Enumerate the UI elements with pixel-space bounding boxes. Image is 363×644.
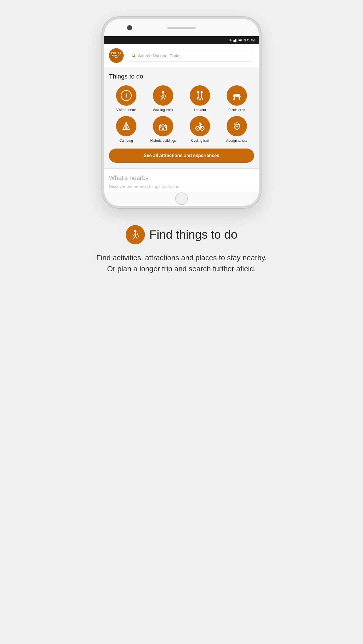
search-icon xyxy=(131,53,136,58)
historic-icon xyxy=(157,120,169,132)
camping-icon xyxy=(121,120,132,132)
home-button[interactable] xyxy=(175,192,188,205)
things-to-do-section: Things to do i Visitor centre xyxy=(104,67,259,168)
aboriginal-site-label: Aboriginal site xyxy=(226,139,247,143)
svg-rect-3 xyxy=(236,39,237,42)
cycling-trail-item[interactable]: Cycling trail xyxy=(183,116,217,143)
walking-track-item[interactable]: Walking track xyxy=(146,85,180,113)
svg-rect-37 xyxy=(234,94,240,95)
svg-point-23 xyxy=(201,91,203,93)
visitor-centre-label: Visitor centre xyxy=(116,108,136,113)
activity-icon-grid: i Visitor centre xyxy=(109,85,254,143)
svg-line-19 xyxy=(161,97,163,99)
svg-rect-6 xyxy=(239,40,242,41)
historic-buildings-label: Historic buildings xyxy=(150,139,176,143)
feature-title: Find things to do xyxy=(149,228,238,242)
svg-line-13 xyxy=(134,56,135,57)
lookout-item[interactable]: Lookout xyxy=(183,85,217,113)
whats-nearby-subtitle: Discover the nearest things to do and xyxy=(109,184,254,189)
visitor-centre-item[interactable]: i Visitor centre xyxy=(109,85,143,113)
svg-line-20 xyxy=(163,97,165,99)
wifi-icon xyxy=(228,39,232,42)
feature-walking-icon xyxy=(130,229,141,240)
walking-track-icon-circle xyxy=(153,85,173,106)
camping-icon-circle xyxy=(116,116,136,136)
battery-icon xyxy=(239,39,242,42)
cycling-icon xyxy=(194,120,206,132)
picnic-area-item[interactable]: Picnic area xyxy=(220,85,254,113)
app-header: PARKS & WILDLIFE Search National Parks xyxy=(104,44,259,67)
whats-nearby-section: What's nearby Discover the nearest thing… xyxy=(104,169,259,192)
svg-line-30 xyxy=(202,97,203,99)
see-all-button[interactable]: See all attractions and experiences xyxy=(109,149,254,163)
svg-line-72 xyxy=(137,233,138,236)
lookout-icon-circle xyxy=(190,85,210,106)
svg-line-71 xyxy=(135,236,137,239)
svg-line-21 xyxy=(165,94,166,97)
aboriginal-site-item[interactable]: Aboriginal site xyxy=(220,116,254,143)
feature-section: Find things to do Find activities, attra… xyxy=(82,225,281,274)
cycling-trail-label: Cycling trail xyxy=(191,139,209,143)
svg-rect-5 xyxy=(242,40,242,41)
search-bar[interactable]: Search National Parks xyxy=(127,50,254,62)
svg-text:WILDLIFE: WILDLIFE xyxy=(111,55,121,57)
lookout-icon xyxy=(194,90,206,101)
historic-buildings-icon-circle xyxy=(153,116,173,136)
svg-point-64 xyxy=(235,128,236,128)
feature-description: Find activities, attractions and places … xyxy=(94,252,269,274)
svg-point-61 xyxy=(238,124,239,125)
lookout-label: Lookout xyxy=(194,108,206,113)
picnic-icon xyxy=(231,90,242,101)
whats-nearby-title: What's nearby xyxy=(109,174,254,182)
svg-point-62 xyxy=(234,126,235,126)
aboriginal-icon xyxy=(231,120,242,132)
camping-item[interactable]: Camping xyxy=(109,116,143,143)
svg-point-63 xyxy=(239,126,240,126)
svg-rect-2 xyxy=(235,39,236,42)
svg-point-66 xyxy=(237,128,237,129)
feature-icon-circle xyxy=(126,225,145,244)
svg-rect-0 xyxy=(233,41,234,42)
status-bar: 9:41 AM xyxy=(104,36,259,44)
info-icon: i xyxy=(121,90,132,101)
svg-rect-45 xyxy=(165,124,166,126)
phone-top xyxy=(104,19,259,36)
camping-label: Camping xyxy=(119,139,133,143)
svg-text:i: i xyxy=(125,92,127,99)
aboriginal-site-icon-circle xyxy=(227,116,247,136)
svg-line-28 xyxy=(198,97,199,99)
phone-shell: 9:41 AM PARKS & WILDLIFE xyxy=(102,17,261,208)
svg-point-22 xyxy=(197,91,199,93)
svg-rect-1 xyxy=(234,40,235,42)
search-placeholder: Search National Parks xyxy=(138,53,180,58)
phone-camera xyxy=(127,25,132,30)
walking-icon xyxy=(157,90,169,101)
svg-point-60 xyxy=(235,124,236,125)
things-to-do-title: Things to do xyxy=(109,73,254,80)
walking-track-label: Walking track xyxy=(153,108,173,113)
phone-bottom xyxy=(104,192,259,206)
status-time: 9:41 AM xyxy=(244,39,255,42)
app-screen: PARKS & WILDLIFE Search National Parks T… xyxy=(104,44,259,192)
status-icons xyxy=(228,39,242,42)
picnic-area-icon-circle xyxy=(227,85,247,106)
phone-side-button xyxy=(260,76,261,99)
svg-text:PARKS &: PARKS & xyxy=(111,52,121,54)
feature-header: Find things to do xyxy=(94,225,269,244)
svg-point-67 xyxy=(134,230,136,233)
visitor-centre-icon-circle: i xyxy=(116,85,136,106)
app-logo: PARKS & WILDLIFE xyxy=(109,48,124,63)
svg-point-57 xyxy=(199,122,201,124)
picnic-area-label: Picnic area xyxy=(228,108,245,113)
svg-rect-44 xyxy=(160,124,161,126)
phone-speaker xyxy=(167,27,196,29)
svg-point-65 xyxy=(238,128,239,128)
cycling-trail-icon-circle xyxy=(190,116,210,136)
svg-line-70 xyxy=(133,236,135,239)
historic-buildings-item[interactable]: Historic buildings xyxy=(146,116,180,143)
signal-icon xyxy=(233,39,237,42)
